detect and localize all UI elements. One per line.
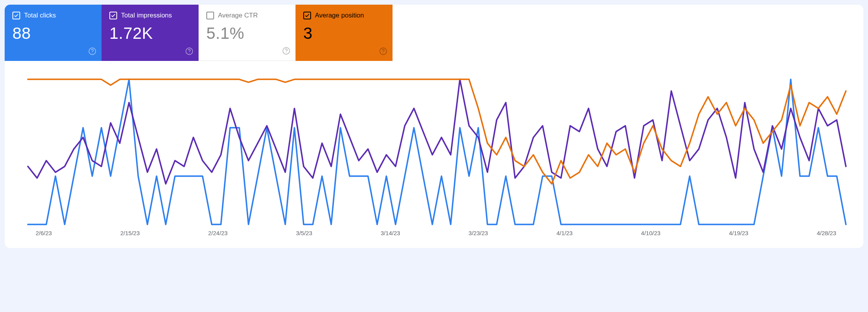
x-tick-label: 4/28/23 <box>817 230 836 236</box>
series-line-average-position <box>28 79 846 184</box>
svg-point-7 <box>383 53 384 54</box>
help-icon[interactable] <box>282 47 290 57</box>
metric-value: 3 <box>303 24 384 43</box>
metric-card-clicks[interactable]: Total clicks88 <box>5 5 102 61</box>
metric-label: Total impressions <box>121 12 172 19</box>
svg-point-1 <box>92 53 93 54</box>
x-tick-label: 3/23/23 <box>469 230 488 236</box>
metric-card-impressions[interactable]: Total impressions1.72K <box>102 5 199 61</box>
metric-label: Total clicks <box>24 12 56 19</box>
x-tick-label: 4/1/23 <box>557 230 573 236</box>
metric-label: Average position <box>315 12 364 19</box>
metric-value: 5.1% <box>206 24 287 43</box>
svg-point-3 <box>189 53 190 54</box>
x-tick-label: 3/5/23 <box>296 230 312 236</box>
help-icon[interactable] <box>185 47 194 57</box>
performance-chart: 2/6/232/15/232/24/233/5/233/14/233/23/23… <box>5 61 863 248</box>
svg-point-5 <box>286 52 287 53</box>
help-icon[interactable] <box>88 47 97 57</box>
metric-value: 88 <box>12 24 93 43</box>
search-performance-panel: Total clicks88Total impressions1.72KAver… <box>5 5 863 248</box>
x-tick-label: 2/24/23 <box>208 230 228 236</box>
help-icon[interactable] <box>379 47 387 57</box>
metric-label: Average CTR <box>218 12 258 19</box>
checkbox-icon <box>303 12 311 19</box>
series-line-total-impressions <box>28 79 846 184</box>
checkbox-icon <box>206 12 214 19</box>
series-line-total-clicks <box>28 79 846 224</box>
x-tick-label: 4/19/23 <box>729 230 748 236</box>
x-axis-labels: 2/6/232/15/232/24/233/5/233/14/233/23/23… <box>16 227 852 240</box>
metric-card-position[interactable]: Average position3 <box>296 5 393 61</box>
x-tick-label: 2/15/23 <box>120 230 140 236</box>
metric-value: 1.72K <box>109 24 190 43</box>
x-tick-label: 4/10/23 <box>641 230 661 236</box>
checkbox-icon <box>12 12 20 19</box>
checkbox-icon <box>109 12 117 19</box>
metric-cards-row: Total clicks88Total impressions1.72KAver… <box>5 5 863 61</box>
line-chart-svg <box>16 76 852 227</box>
metric-card-ctr[interactable]: Average CTR5.1% <box>199 5 296 61</box>
x-tick-label: 3/14/23 <box>381 230 400 236</box>
x-tick-label: 2/6/23 <box>36 230 52 236</box>
